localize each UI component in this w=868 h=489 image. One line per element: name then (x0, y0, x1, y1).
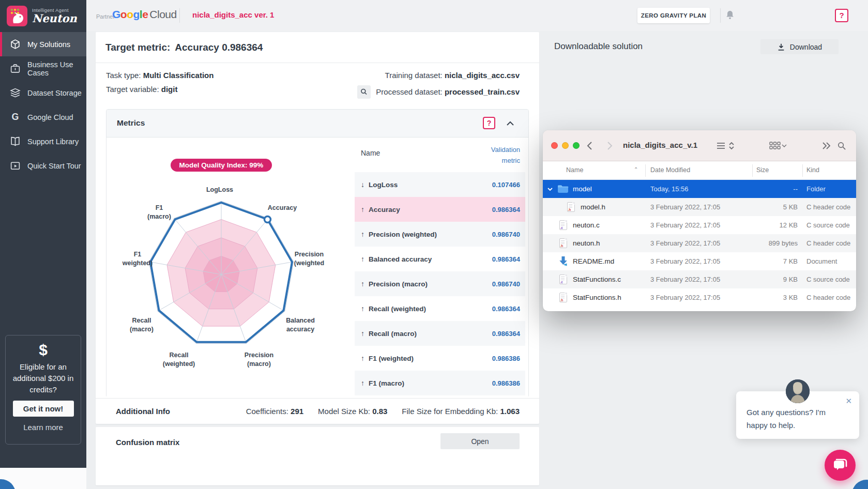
file-extension-label: .h (568, 208, 571, 211)
arrow-up-icon: ↑ (361, 205, 364, 213)
metric-value: 0.986364 (492, 255, 520, 263)
list-view-icon[interactable] (717, 142, 735, 152)
finder-row[interactable]: modelToday, 15:56--Folder (543, 180, 856, 198)
sidebar-item-quick-start-tour[interactable]: Quick Start Tour (0, 154, 86, 178)
metric-name: ↓LogLoss (361, 180, 398, 189)
file-date: 3 February 2022, 17:05 (645, 239, 752, 247)
finder-row[interactable]: .hStatFunctions.h3 February 2022, 17:053… (543, 288, 856, 307)
radar-svg: LogLossAccuracyPrecision(weightedBalance… (106, 173, 339, 390)
sidebar-item-dataset-storage[interactable]: Dataset Storage (0, 81, 86, 105)
file-icon: .h (557, 293, 569, 302)
finder-row[interactable]: .hmodel.h3 February 2022, 17:055 KBC hea… (543, 198, 856, 216)
file-name-cell: .hmodel.h (543, 202, 645, 212)
metric-value: 0.986364 (492, 206, 520, 213)
finder-row[interactable]: README.md3 February 2022, 17:057 KBDocum… (543, 252, 856, 270)
sidebar-item-google-cloud[interactable]: GGoogle Cloud (0, 105, 86, 129)
finder-row[interactable]: .cStatFunctions.c3 February 2022, 17:059… (543, 270, 856, 288)
target-variable-value: digit (161, 85, 178, 94)
google-cloud-logo: GoogleCloud (112, 8, 177, 21)
sidebar-item-label: Business Use Cases (27, 60, 86, 77)
sidebar-nav: My SolutionsBusiness Use CasesDataset St… (0, 32, 86, 178)
target-metric-value: Accuracy 0.986364 (175, 42, 263, 53)
file-size: -- (752, 185, 802, 193)
document-icon: .h (559, 238, 567, 248)
column-kind[interactable]: Kind (806, 166, 819, 174)
header-divider-2 (720, 8, 721, 23)
search-icon[interactable] (837, 142, 846, 152)
file-date: 3 February 2022, 17:05 (645, 203, 752, 211)
window-close-button[interactable] (551, 142, 558, 149)
metrics-panel: Metrics ? Model Quality Index: 99% LogLo… (106, 109, 529, 398)
sidebar-item-business-use-cases[interactable]: Business Use Cases (0, 56, 86, 81)
sidebar-item-label: Google Cloud (27, 113, 73, 121)
metrics-help-button[interactable]: ? (483, 117, 495, 129)
corner-arc-right (852, 480, 868, 489)
close-icon[interactable]: ✕ (845, 396, 852, 406)
metric-name: ↑Accuracy (361, 205, 400, 213)
finder-titlebar: nicla_digits_acc_v.1 (543, 130, 856, 161)
confusion-open-button[interactable]: Open (440, 433, 520, 449)
download-button[interactable]: Download (760, 39, 839, 54)
metric-row: ↑Recall (macro)0.986364 (355, 321, 525, 346)
file-icon: .c (557, 220, 569, 230)
window-minimize-button[interactable] (562, 142, 569, 149)
learn-more-link[interactable]: Learn more (6, 423, 81, 432)
finder-row[interactable]: .cneuton.c3 February 2022, 17:0512 KBC s… (543, 216, 856, 234)
metric-name: ↑F1 (macro) (361, 379, 404, 387)
collapse-chevron-icon[interactable] (506, 119, 515, 127)
radar-axis-label: F1weighted) (122, 251, 153, 267)
file-date: 3 February 2022, 17:05 (645, 257, 752, 265)
document-icon: .c (559, 220, 567, 230)
metric-name: ↑F1 (weighted) (361, 354, 414, 362)
sidebar: Intelligent Agent Neuton My SolutionsBus… (0, 0, 86, 468)
neuton-bird-icon (7, 6, 27, 26)
file-extension-label: .c (560, 280, 563, 284)
help-button[interactable]: ? (835, 9, 848, 22)
get-it-now-button[interactable]: Get it now! (13, 401, 74, 417)
disclosure-chevron-icon[interactable] (547, 186, 555, 192)
additional-info-title: Additional Info (116, 407, 170, 416)
metric-row: ↑F1 (macro)0.986386 (355, 371, 525, 395)
metric-name: ↑Balanced accuracy (361, 255, 432, 263)
forward-chevron-icon[interactable] (604, 141, 614, 151)
file-kind: Document (802, 257, 856, 265)
metric-name-text: Recall (macro) (369, 330, 417, 338)
plan-button[interactable]: ZERO GRAVITY PLAN (637, 8, 710, 23)
metrics-table: Name Validation metric ↓LogLoss0.107466↑… (355, 137, 525, 398)
sidebar-item-label: Dataset Storage (27, 89, 82, 97)
google-letter: g (133, 8, 140, 20)
file-name-cell: .cStatFunctions.c (543, 274, 645, 284)
file-kind: C header code (802, 294, 856, 301)
chat-launcher-button[interactable] (825, 450, 856, 481)
additional-info-stat: Coefficients: 291 (246, 407, 303, 416)
back-chevron-icon[interactable] (585, 141, 596, 151)
additional-info-stat: File Size for Embedding Kb: 1.063 (402, 407, 520, 416)
metric-value: 0.986386 (492, 379, 520, 387)
file-name: model.h (581, 203, 605, 211)
document-icon: .h (567, 202, 575, 212)
solution-info-left: Task type: Multi Classification Target v… (106, 68, 214, 96)
column-date-modified[interactable]: Date Modified (650, 166, 690, 174)
window-zoom-button[interactable] (573, 142, 580, 149)
notifications-bell-icon[interactable] (724, 9, 736, 22)
radar-axis-label: Balancedaccuracy (286, 317, 315, 333)
arrow-up-icon: ↑ (361, 379, 364, 387)
solutions-icon (10, 39, 21, 50)
file-name-cell: .cneuton.c (543, 220, 645, 230)
metric-value: 0.107466 (492, 181, 520, 189)
dataset-search-button[interactable] (357, 85, 371, 99)
metrics-title: Metrics (117, 118, 145, 128)
grid-view-icon[interactable] (769, 142, 787, 152)
finder-row[interactable]: .hneuton.h3 February 2022, 17:05899 byte… (543, 234, 856, 252)
divider (96, 63, 539, 63)
app-logo[interactable]: Intelligent Agent Neuton (0, 0, 86, 32)
metric-row: ↑Accuracy0.986364 (355, 197, 525, 222)
finder-window: nicla_digits_acc_v.1 Name ⌃ Date Modifie… (543, 130, 856, 311)
dollar-icon: $ (6, 341, 81, 359)
sidebar-item-support-library[interactable]: Support Library (0, 129, 86, 154)
more-toolbar-icon[interactable] (822, 142, 831, 152)
column-name[interactable]: Name (566, 166, 583, 174)
file-date: Today, 15:56 (645, 185, 752, 193)
sidebar-item-my-solutions[interactable]: My Solutions (0, 32, 86, 56)
column-size[interactable]: Size (756, 166, 769, 174)
